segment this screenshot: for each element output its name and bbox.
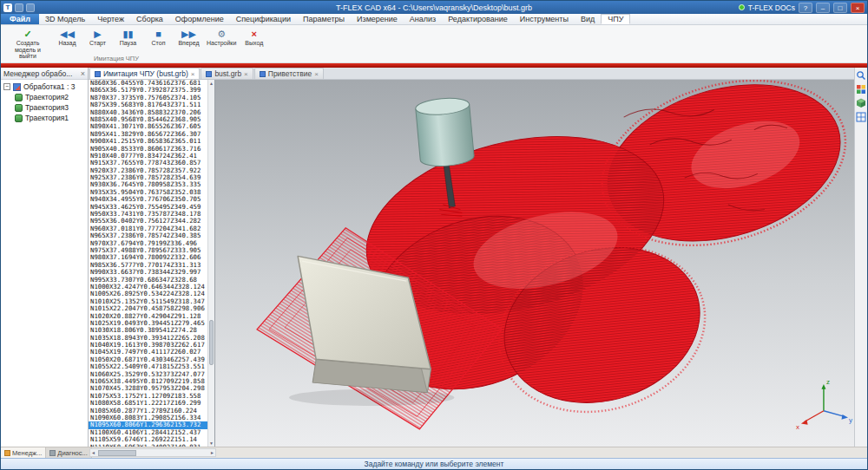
ribbon-button-forward[interactable]: ▶▶Вперед xyxy=(174,27,203,48)
scrollbar-track[interactable] xyxy=(208,87,214,440)
tree-item-label: Траектория1 xyxy=(25,114,69,122)
menu-item-cnc[interactable]: ЧПУ xyxy=(601,14,630,24)
ribbon-button-back[interactable]: ◀◀Назад xyxy=(53,27,82,48)
main-area: Менеджер обрабо... × −Обработка1 : 3Трае… xyxy=(1,68,867,447)
check-icon: ✓ xyxy=(6,28,49,40)
bottom-bar: Менедж...Диагнос... ◄ ► xyxy=(1,447,867,458)
scroll-left-icon[interactable]: ◄ xyxy=(90,450,96,455)
close-tab-icon[interactable]: × xyxy=(314,70,319,78)
menu-item-assembly[interactable]: Сборка xyxy=(130,14,169,24)
app-icon: T xyxy=(3,3,12,12)
document-tab-bar: Имитация ЧПУ (bust.grb)×bust.grb×Приветс… xyxy=(89,68,854,80)
axis-x-label: x xyxy=(796,423,799,431)
manager-panel-header: Менеджер обрабо... × xyxy=(1,68,88,80)
document-icon xyxy=(260,71,266,77)
maximize-button[interactable]: □ xyxy=(833,3,847,13)
trajectory-icon xyxy=(15,104,23,112)
panel-tab-label: Диагнос... xyxy=(57,449,88,457)
menu-item-file[interactable]: Файл xyxy=(1,14,39,24)
titlebar-controls: T-FLEX DOCs ? – □ × xyxy=(739,3,867,13)
tab-label: bust.grb xyxy=(214,69,241,78)
scroll-right-icon[interactable]: ► xyxy=(209,450,215,455)
zoom-icon[interactable] xyxy=(856,70,866,81)
panel-tab-icon xyxy=(49,450,56,456)
axis-y-label: y xyxy=(849,416,852,424)
undo-icon[interactable] xyxy=(26,3,35,12)
menu-item-3d-model[interactable]: 3D Модель xyxy=(39,14,91,24)
document-content: N860X36.0455Y0.743616Z376.681N865X36.517… xyxy=(89,80,854,447)
gcode-rows: N860X36.0455Y0.743616Z376.681N865X36.517… xyxy=(89,80,207,447)
title-bar: T T-FLEX CAD x64 - C:\Users\vaqransky\De… xyxy=(1,1,867,14)
panel-tab-label: Менедж... xyxy=(12,449,42,457)
tree-item-label: Траектория2 xyxy=(25,93,69,101)
manager-panel: Менеджер обрабо... × −Обработка1 : 3Трае… xyxy=(1,68,89,447)
menu-item-tools[interactable]: Инструменты xyxy=(514,14,575,24)
axis-z-label: z xyxy=(826,378,830,386)
ribbon-button-create-model-exit[interactable]: ✓Создать модель и выйти xyxy=(4,27,51,61)
save-icon[interactable] xyxy=(15,3,23,12)
menu-item-measure[interactable]: Измерение xyxy=(351,14,404,24)
panel-tab-icon xyxy=(4,450,10,456)
scene-3d[interactable]: x y z xyxy=(215,80,854,447)
ribbon-button-label: Стоп xyxy=(146,40,171,47)
cube-icon[interactable] xyxy=(856,98,866,108)
ribbon-button-stop[interactable]: ■Стоп xyxy=(144,27,173,48)
tflex-docs-button[interactable]: T-FLEX DOCs xyxy=(748,3,795,12)
tab-simulation[interactable]: Имитация ЧПУ (bust.grb)× xyxy=(89,68,200,79)
window-title: T-FLEX CAD x64 - C:\Users\vaqransky\Desk… xyxy=(1,3,867,12)
ribbon-group-label: Имитация ЧПУ xyxy=(51,55,181,62)
pause-icon: ▮▮ xyxy=(115,28,141,40)
document-area: Имитация ЧПУ (bust.grb)×bust.grb×Приветс… xyxy=(89,68,854,447)
tree-item-label: Траектория3 xyxy=(25,103,69,112)
panel-close-icon[interactable]: × xyxy=(81,69,85,78)
scrollbar-thumb[interactable] xyxy=(209,320,214,365)
viewport-3d[interactable]: x y z xyxy=(215,80,854,447)
ribbon-button-label: Создать модель и выйти xyxy=(6,40,49,60)
close-tab-icon[interactable]: × xyxy=(191,70,195,78)
gcode-list[interactable]: N860X36.0455Y0.743616Z376.681N865X36.517… xyxy=(89,80,215,447)
hscroll-thumb[interactable] xyxy=(98,450,136,456)
tree-item-operation[interactable]: −Обработка1 : 3 xyxy=(1,82,88,92)
document-icon xyxy=(95,71,101,77)
menu-item-analysis[interactable]: Анализ xyxy=(404,14,442,24)
menu-item-view[interactable]: Вид xyxy=(575,14,601,24)
close-tab-icon[interactable]: × xyxy=(244,70,248,78)
tree-item-trajectory-1[interactable]: Траектория2 xyxy=(1,92,88,102)
tree-item-trajectory-3[interactable]: Траектория1 xyxy=(1,113,88,123)
gcode-hscroll[interactable]: ◄ ► xyxy=(89,448,216,457)
menu-item-layout[interactable]: Оформление xyxy=(169,14,230,24)
help-button[interactable]: ? xyxy=(799,3,812,13)
palette-icon[interactable] xyxy=(856,84,866,95)
scroll-down-icon[interactable]: ▼ xyxy=(209,440,214,447)
back-icon: ◀◀ xyxy=(55,28,80,40)
forward-icon: ▶▶ xyxy=(176,28,201,40)
tab-document[interactable]: bust.grb× xyxy=(201,68,253,79)
collapse-icon[interactable]: − xyxy=(3,83,10,90)
panel-tab-diagnostics[interactable]: Диагнос... xyxy=(46,447,92,458)
close-button[interactable]: × xyxy=(851,3,865,13)
scroll-up-icon[interactable]: ▲ xyxy=(209,80,214,87)
ribbon-button-exit[interactable]: ×Выход xyxy=(240,27,268,48)
menu-bar: Файл3D МодельЧертежСборкаОформлениеСпеци… xyxy=(1,14,867,25)
document-icon xyxy=(206,71,212,77)
menu-item-specifications[interactable]: Спецификации xyxy=(230,14,297,24)
status-bar: Задайте команду или выберите элемент xyxy=(1,458,867,469)
view-grid-icon[interactable] xyxy=(856,112,866,122)
gcode-scrollbar[interactable]: ▲ ▼ xyxy=(207,80,214,447)
menu-item-drawing[interactable]: Чертеж xyxy=(91,14,130,24)
ribbon-button-pause[interactable]: ▮▮Пауза xyxy=(114,27,142,48)
menu-item-editing[interactable]: Редактирование xyxy=(442,14,514,24)
tab-welcome[interactable]: Приветствие× xyxy=(254,68,324,79)
panel-tab-manager[interactable]: Менедж... xyxy=(1,447,46,458)
panel-tabs: Менедж...Диагнос... xyxy=(1,447,89,458)
settings-icon: ⚙ xyxy=(207,28,236,40)
ribbon-button-start[interactable]: ▶Старт xyxy=(83,27,112,48)
view-toolbar xyxy=(854,68,867,447)
tree-item-trajectory-2[interactable]: Траектория3 xyxy=(1,102,88,113)
minimize-button[interactable]: – xyxy=(816,3,830,13)
trajectory-icon xyxy=(15,94,23,101)
quick-access-toolbar: T xyxy=(1,3,35,12)
ribbon-button-settings[interactable]: ⚙Настройки xyxy=(205,27,238,48)
ribbon-button-label: Назад xyxy=(55,40,80,47)
menu-item-parameters[interactable]: Параметры xyxy=(297,14,351,24)
